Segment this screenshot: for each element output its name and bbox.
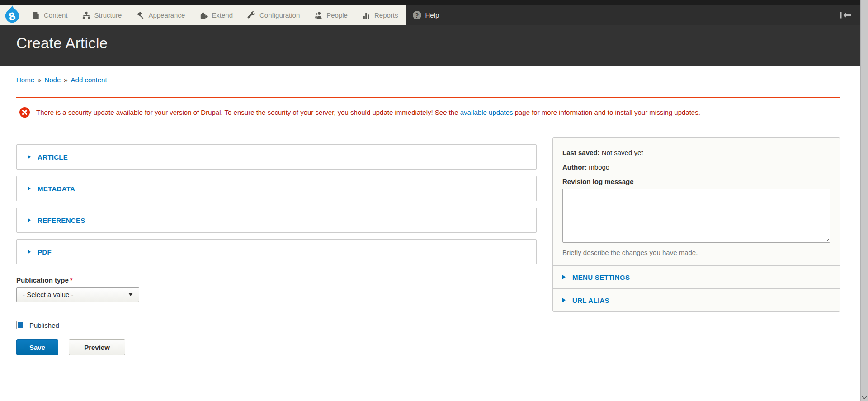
revision-log-textarea[interactable] — [562, 189, 830, 243]
error-message-text: There is a security update available for… — [36, 109, 700, 117]
content-icon — [32, 11, 40, 19]
section-label: METADATA — [38, 185, 75, 193]
toolbar-item-content[interactable]: Content — [24, 5, 75, 25]
appearance-icon — [136, 11, 144, 19]
revision-log-label: Revision log message — [562, 178, 830, 185]
structure-icon — [82, 11, 90, 19]
last-saved-line: Last saved: Not saved yet — [562, 149, 830, 157]
required-marker: * — [70, 276, 73, 284]
toolbar-item-label: Structure — [94, 11, 122, 19]
expand-triangle-icon — [562, 275, 566, 279]
breadcrumb-link-home[interactable]: Home — [16, 76, 34, 84]
toolbar-spacer — [446, 5, 830, 25]
toolbar-item-reports[interactable]: Reports — [355, 5, 406, 25]
breadcrumb-link-add-content[interactable]: Add content — [71, 76, 107, 84]
toolbar-item-label: People — [326, 11, 348, 19]
page-title: Create Article — [0, 25, 860, 52]
toolbar-item-label: Appearance — [148, 11, 185, 19]
toolbar-item-help[interactable]: ? Help — [406, 5, 447, 25]
published-checkbox[interactable] — [16, 321, 24, 329]
help-icon: ? — [413, 11, 421, 19]
error-message-banner: There is a security update available for… — [16, 97, 840, 127]
section-pdf[interactable]: PDF — [16, 239, 537, 264]
breadcrumb-link-node[interactable]: Node — [44, 76, 61, 84]
form-main-column: ARTICLE METADATA REFERENCES PDF Publicat… — [16, 137, 537, 355]
top-strip — [0, 0, 860, 5]
section-label: ARTICLE — [38, 153, 68, 161]
breadcrumb: Home»Node»Add content — [16, 76, 840, 84]
breadcrumb-separator: » — [64, 76, 67, 84]
author-line: Author: mbogo — [562, 163, 830, 171]
section-label: MENU SETTINGS — [572, 274, 630, 281]
expand-triangle-icon — [28, 218, 31, 222]
toolbar-item-configuration[interactable]: Configuration — [240, 5, 307, 25]
toolbar-item-appearance[interactable]: Appearance — [129, 5, 192, 25]
section-label: PDF — [38, 248, 52, 256]
admin-toolbar: 8 Content Structure Appe — [0, 5, 860, 25]
toolbar-item-label: Help — [425, 11, 439, 19]
expand-triangle-icon — [28, 155, 31, 159]
breadcrumb-separator: » — [38, 76, 41, 84]
error-icon — [19, 107, 30, 118]
published-field: Published — [16, 321, 537, 329]
toolbar-item-label: Content — [44, 11, 68, 19]
form-layout: ARTICLE METADATA REFERENCES PDF Publicat… — [16, 137, 840, 355]
people-icon — [314, 11, 322, 19]
publication-type-label: Publication type* — [16, 276, 537, 284]
configuration-icon — [247, 11, 255, 19]
selected-value: - Select a value - — [23, 291, 74, 298]
save-button[interactable]: Save — [16, 339, 58, 355]
entity-meta-stack: Last saved: Not saved yet Author: mbogo … — [552, 137, 840, 312]
entity-meta-sidebar: Last saved: Not saved yet Author: mbogo … — [552, 137, 840, 355]
publication-type-select[interactable]: - Select a value - — [16, 287, 139, 302]
drupal-admin-page: 8 Content Structure Appe — [0, 0, 860, 401]
section-label: URL ALIAS — [572, 297, 609, 304]
section-menu-settings[interactable]: MENU SETTINGS — [553, 265, 840, 288]
section-metadata[interactable]: METADATA — [16, 176, 537, 201]
toolbar-item-label: Configuration — [259, 11, 300, 19]
toolbar-item-structure[interactable]: Structure — [75, 5, 129, 25]
toolbar-item-label: Extend — [212, 11, 233, 19]
toolbar-item-people[interactable]: People — [307, 5, 355, 25]
preview-button[interactable]: Preview — [69, 339, 125, 355]
page-scrollbar[interactable] — [860, 0, 868, 401]
toolbar-item-label: Reports — [374, 11, 398, 19]
expand-triangle-icon — [28, 186, 31, 191]
toolbar-item-extend[interactable]: Extend — [192, 5, 240, 25]
extend-icon — [199, 11, 208, 19]
expand-triangle-icon — [562, 298, 566, 302]
available-updates-link[interactable]: available updates — [460, 109, 513, 116]
page-header: Create Article — [0, 25, 860, 66]
section-article[interactable]: ARTICLE — [16, 144, 537, 170]
drupal-home-button[interactable]: 8 — [0, 5, 24, 25]
section-label: REFERENCES — [38, 217, 85, 224]
expand-triangle-icon — [28, 250, 31, 254]
revision-log-help-text: Briefly describe the changes you have ma… — [562, 249, 830, 256]
section-url-alias[interactable]: URL ALIAS — [553, 288, 840, 311]
published-label[interactable]: Published — [29, 321, 59, 329]
scroll-down-icon[interactable] — [862, 396, 867, 400]
form-actions: Save Preview — [16, 339, 537, 355]
toolbar-collapse-icon — [840, 12, 851, 19]
section-references[interactable]: REFERENCES — [16, 208, 537, 233]
revision-information-panel: Last saved: Not saved yet Author: mbogo … — [553, 138, 840, 265]
checkbox-check — [18, 322, 23, 328]
toolbar-orientation-toggle[interactable] — [830, 5, 860, 25]
reports-icon — [362, 11, 370, 19]
dropdown-arrow-icon — [128, 293, 133, 296]
toolbar-tray: 8 Content Structure Appe — [0, 5, 406, 25]
drupal-logo: 8 — [3, 5, 21, 25]
